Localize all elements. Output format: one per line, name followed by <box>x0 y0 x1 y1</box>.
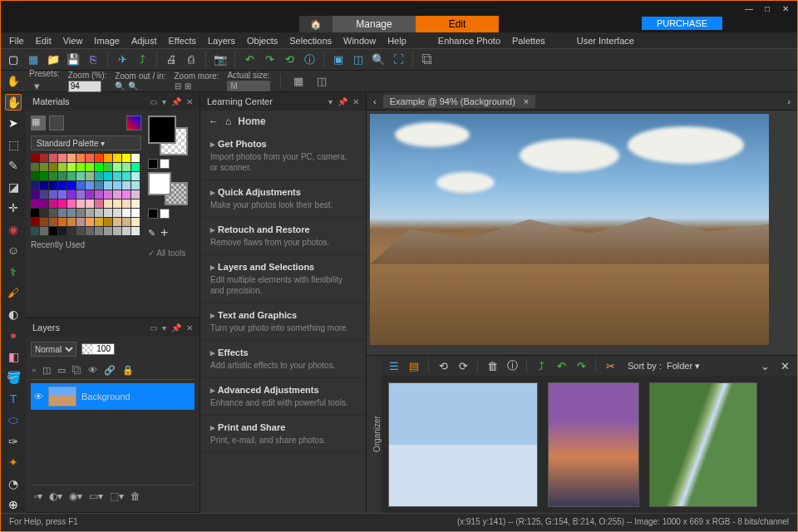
menu-help[interactable]: Help <box>387 36 406 46</box>
menu-window[interactable]: Window <box>343 36 376 46</box>
color-swatch[interactable] <box>122 209 131 217</box>
color-swatch[interactable] <box>31 163 39 171</box>
color-swatch[interactable] <box>58 172 66 180</box>
color-swatch[interactable] <box>49 200 57 208</box>
color-swatch[interactable] <box>122 181 131 190</box>
color-swatch[interactable] <box>95 190 103 199</box>
color-swatch[interactable] <box>104 163 112 171</box>
color-swatch[interactable] <box>76 227 85 235</box>
history-icon[interactable]: ⟲ <box>282 52 297 67</box>
layer-lock-icon[interactable]: 🔒 <box>122 365 134 376</box>
palette-mode-2[interactable] <box>49 116 64 131</box>
lc-item[interactable]: Text and GraphicsTurn your photo into so… <box>200 303 366 341</box>
org-rotate-l-icon[interactable]: ⟲ <box>436 358 451 373</box>
color-swatch[interactable] <box>49 227 57 235</box>
color-swatch[interactable] <box>67 172 76 180</box>
color-swatch[interactable] <box>86 200 94 208</box>
color-swatch[interactable] <box>76 163 85 171</box>
org-share-icon[interactable]: ⤴ <box>534 358 549 373</box>
color-swatch[interactable] <box>49 154 57 162</box>
color-swatch[interactable] <box>104 227 112 235</box>
color-swatch[interactable] <box>131 154 140 162</box>
menu-edit[interactable]: Edit <box>36 36 52 46</box>
close-button[interactable]: ✕ <box>777 2 794 14</box>
color-swatch[interactable] <box>31 172 39 180</box>
camera-icon[interactable]: 📷 <box>213 52 228 67</box>
color-swatch[interactable] <box>122 200 131 208</box>
color-swatch[interactable] <box>76 172 85 180</box>
color-swatch[interactable] <box>49 163 57 171</box>
clone-tool[interactable]: ⚕ <box>5 264 22 280</box>
color-swatch[interactable] <box>95 218 103 226</box>
actual-size-button[interactable]: M <box>227 81 269 91</box>
org-undo-icon[interactable]: ↶ <box>554 358 569 373</box>
purchase-button[interactable]: PURCHASE <box>642 17 722 30</box>
menu-enhance-photo[interactable]: Enhance Photo <box>438 36 500 46</box>
color-swatch[interactable] <box>40 181 48 190</box>
color-swatch[interactable] <box>104 218 112 226</box>
zoom-more-in-icon[interactable]: ⊞ <box>185 81 191 91</box>
layer-item-background[interactable]: 👁 Background <box>31 383 195 410</box>
maximize-button[interactable]: □ <box>759 2 776 14</box>
fx-layer-icon[interactable]: ▭▾ <box>89 490 103 502</box>
selection-tool[interactable]: ⬚ <box>5 136 22 153</box>
crop-tool[interactable]: ◪ <box>5 179 22 195</box>
adj-layer-icon[interactable]: ◐▾ <box>49 490 62 502</box>
lc-item[interactable]: Get PhotosImport photos from your PC, ca… <box>200 132 366 180</box>
mini-black[interactable] <box>148 159 158 169</box>
layer-mask-icon[interactable]: ◫ <box>42 365 51 376</box>
add-tool[interactable]: ⊕ <box>5 497 22 514</box>
dropper-tool[interactable]: ✎ <box>5 158 22 175</box>
presets-dropdown[interactable]: ▾ <box>29 79 44 94</box>
color-swatch[interactable] <box>76 181 85 190</box>
color-swatch[interactable] <box>40 200 48 208</box>
panel-undock-icon[interactable]: ▭ <box>150 97 157 106</box>
save-as-icon[interactable]: ⎘ <box>86 52 101 67</box>
color-swatch[interactable] <box>113 154 121 162</box>
grid-icon[interactable]: ▦ <box>26 52 41 67</box>
lc-home-icon[interactable]: ⌂ <box>225 116 231 127</box>
opacity-slider[interactable]: 100 <box>81 343 115 355</box>
organizer-label[interactable]: Organizer <box>367 356 382 513</box>
mask-layer-icon[interactable]: ◉▾ <box>69 490 82 502</box>
color-tool[interactable]: ● <box>5 328 22 344</box>
all-tools-check[interactable]: ✓ All tools <box>148 249 195 258</box>
color-swatch[interactable] <box>95 154 103 162</box>
color-swatch[interactable] <box>95 227 103 235</box>
color-swatch[interactable] <box>67 218 76 226</box>
color-swatch[interactable] <box>40 218 48 226</box>
color-swatch[interactable] <box>40 209 48 217</box>
color-swatch[interactable] <box>86 154 94 162</box>
color-swatch[interactable] <box>76 154 85 162</box>
color-swatch[interactable] <box>86 163 94 171</box>
scan-icon[interactable]: ⎙ <box>184 52 199 67</box>
menu-view[interactable]: View <box>63 36 83 46</box>
color-swatch[interactable] <box>113 181 121 190</box>
redeye-tool[interactable]: ◉ <box>5 221 22 238</box>
dropper-icon[interactable]: ✎ <box>148 228 155 239</box>
full-screen-icon[interactable]: ⛶ <box>391 52 406 67</box>
color-swatch[interactable] <box>122 163 131 171</box>
doc-tab-close-icon[interactable]: × <box>524 96 529 106</box>
color-swatch[interactable] <box>122 190 131 199</box>
lc-close-icon[interactable]: ✕ <box>352 97 359 106</box>
color-swatch[interactable] <box>122 172 131 180</box>
lc-item[interactable]: Retouch and RestoreRemove flaws from you… <box>200 218 366 255</box>
color-swatch[interactable] <box>86 209 94 217</box>
color-swatch[interactable] <box>113 227 121 235</box>
color-swatch[interactable] <box>104 154 112 162</box>
color-swatch[interactable] <box>131 163 140 171</box>
fit-window-icon[interactable]: ▣ <box>331 52 346 67</box>
color-swatch[interactable] <box>40 227 48 235</box>
sort-by-select[interactable]: Folder ▾ <box>667 361 700 372</box>
palette-mode-3[interactable] <box>126 116 141 131</box>
copy-icon[interactable]: ⿻ <box>420 52 435 67</box>
color-swatch[interactable] <box>58 209 66 217</box>
color-swatch[interactable] <box>40 172 48 180</box>
pointer-tool[interactable]: ➤ <box>5 116 22 132</box>
menu-selections[interactable]: Selections <box>289 36 332 46</box>
color-swatch[interactable] <box>95 209 103 217</box>
tab-manage[interactable]: Manage <box>332 16 416 32</box>
fg-bg-swatch-2[interactable] <box>148 172 188 205</box>
color-swatch[interactable] <box>49 190 57 199</box>
